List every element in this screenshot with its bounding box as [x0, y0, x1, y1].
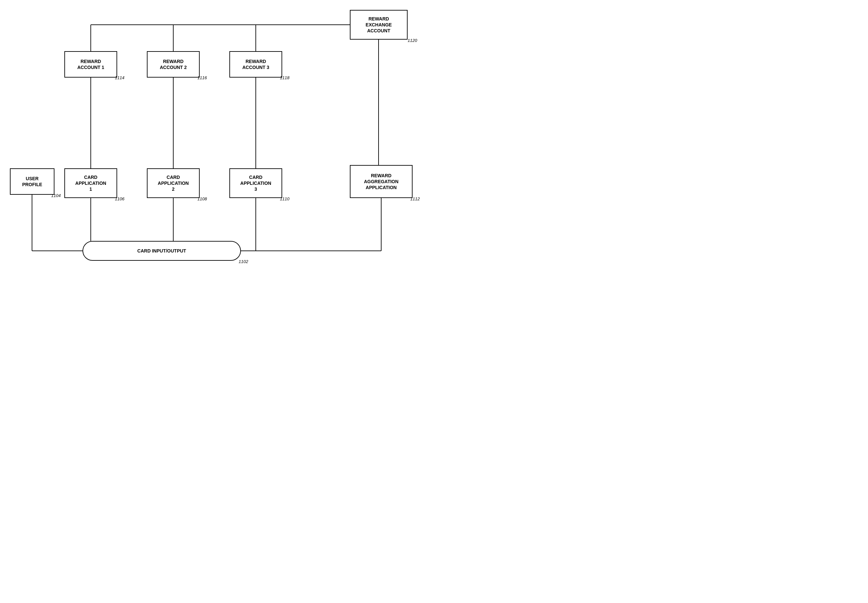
label-1120: 1120	[408, 38, 417, 43]
label-1118: 1118	[280, 75, 289, 80]
card-io-node: CARD INPUT/OUTPUT	[82, 241, 241, 261]
user-profile-node: USER PROFILE	[10, 169, 54, 195]
reward-account-1-label: REWARD ACCOUNT 1	[77, 59, 104, 70]
user-profile-label: USER PROFILE	[22, 176, 42, 187]
card-app-3-label: CARD APPLICATION 3	[240, 174, 271, 192]
card-app-1-node: CARD APPLICATION 1	[64, 169, 117, 198]
label-1110: 1110	[280, 196, 289, 201]
reward-exchange-account-label: REWARD EXCHANGE ACCOUNT	[366, 16, 392, 34]
label-1114: 1114	[115, 75, 124, 80]
reward-account-2-node: REWARD ACCOUNT 2	[147, 51, 200, 77]
label-1104: 1104	[51, 193, 61, 198]
reward-account-2-label: REWARD ACCOUNT 2	[160, 59, 187, 70]
label-1102: 1102	[239, 259, 248, 264]
label-1112: 1112	[410, 196, 420, 201]
reward-account-3-label: REWARD ACCOUNT 3	[242, 59, 269, 70]
card-app-3-node: CARD APPLICATION 3	[229, 169, 282, 198]
reward-exchange-account-node: REWARD EXCHANGE ACCOUNT	[350, 10, 408, 40]
reward-account-1-node: REWARD ACCOUNT 1	[64, 51, 117, 77]
label-1108: 1108	[198, 196, 207, 201]
reward-agg-app-label: REWARD AGGREGATION APPLICATION	[364, 173, 399, 191]
card-app-2-label: CARD APPLICATION 2	[158, 174, 189, 192]
reward-account-3-node: REWARD ACCOUNT 3	[229, 51, 282, 77]
diagram-container: REWARD EXCHANGE ACCOUNT 1120 REWARD ACCO…	[0, 0, 434, 302]
label-1106: 1106	[115, 196, 124, 201]
reward-agg-app-node: REWARD AGGREGATION APPLICATION	[350, 165, 412, 198]
card-io-label: CARD INPUT/OUTPUT	[137, 248, 186, 254]
card-app-1-label: CARD APPLICATION 1	[75, 174, 106, 192]
label-1116: 1116	[198, 75, 207, 80]
card-app-2-node: CARD APPLICATION 2	[147, 169, 200, 198]
